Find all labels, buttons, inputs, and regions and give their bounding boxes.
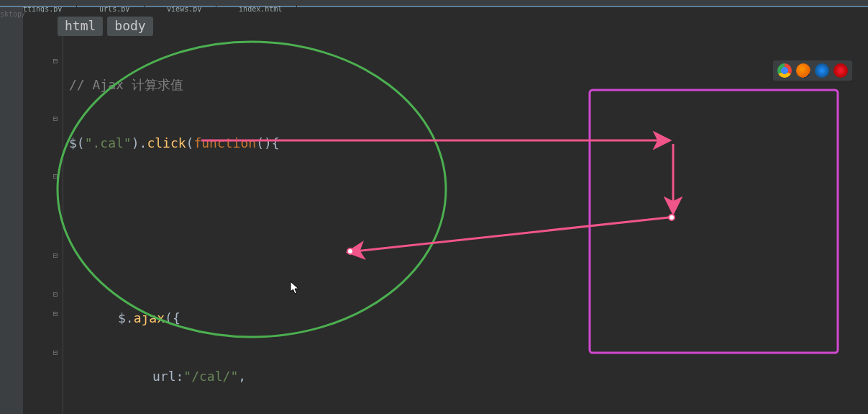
fold-icon[interactable]: ⊟ [52, 291, 59, 298]
breadcrumb-item[interactable]: body [107, 17, 152, 36]
chrome-icon[interactable] [777, 63, 792, 78]
safari-icon[interactable] [815, 63, 829, 78]
sidebar-path-fragment: sktop/ [0, 10, 23, 18]
fold-icon[interactable]: ⊟ [52, 349, 59, 356]
file-tab[interactable]: views.py [152, 5, 216, 12]
breadcrumb: html body [58, 17, 153, 36]
fold-icon[interactable]: ⊟ [52, 58, 59, 65]
firefox-icon[interactable] [796, 63, 810, 78]
code-line: url:"/cal/", [69, 366, 868, 386]
browser-preview-toolbar [773, 60, 852, 81]
code-line: // Ajax 计算求值 [69, 75, 868, 94]
project-sidebar[interactable]: sktop/ [0, 7, 23, 414]
file-tab[interactable]: index.html [224, 5, 297, 12]
breadcrumb-item[interactable]: html [58, 17, 103, 36]
editor-gutter: ⊟ ⊟ ⊟ ⊟ ⊟ ⊟ ⊟ [29, 36, 63, 414]
fold-icon[interactable]: ⊟ [52, 173, 59, 180]
fold-icon[interactable]: ⊟ [52, 252, 59, 259]
file-tab[interactable]: urls.py [85, 5, 145, 12]
code-editor[interactable]: // Ajax 计算求值 $(".cal").click(function(){… [69, 36, 868, 414]
code-line: $(".cal").click(function(){ [69, 133, 868, 153]
editor-tabstrip: settings.py urls.py views.py index.html [0, 0, 868, 7]
opera-icon[interactable] [833, 63, 848, 78]
fold-icon[interactable]: ⊟ [52, 115, 59, 122]
code-line: $.ajax({ [69, 308, 868, 328]
fold-icon[interactable]: ⊟ [52, 310, 59, 318]
